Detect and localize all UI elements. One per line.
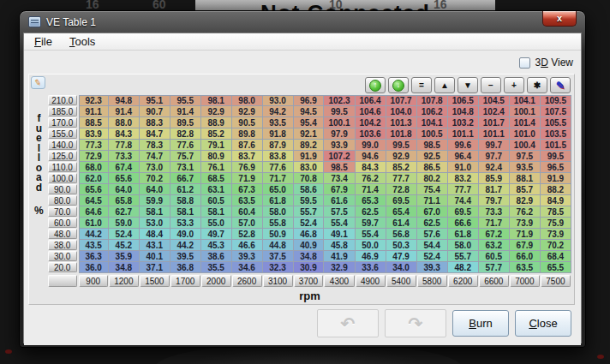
ve-cell[interactable]: 107.8 <box>417 95 448 106</box>
ve-cell[interactable]: 85.2 <box>201 128 232 140</box>
ve-cell[interactable]: 88.1 <box>510 173 541 184</box>
ve-cell[interactable]: 99.7 <box>479 140 510 151</box>
ve-cell[interactable]: 43.5 <box>79 240 109 251</box>
ve-cell[interactable]: 107.5 <box>541 106 571 117</box>
ve-cell[interactable]: 73.0 <box>140 162 170 173</box>
ve-cell[interactable]: 57.6 <box>417 229 448 240</box>
set-equal-button[interactable]: = <box>411 77 432 93</box>
ve-cell[interactable]: 34.6 <box>232 262 263 273</box>
ve-cell[interactable]: 67.4 <box>109 162 140 173</box>
ve-cell[interactable]: 104.1 <box>417 117 448 128</box>
col-header[interactable]: 4300 <box>324 275 354 287</box>
ve-cell[interactable]: 44.8 <box>263 240 294 251</box>
ve-cell[interactable]: 35.5 <box>201 262 232 273</box>
ve-cell[interactable]: 100.4 <box>510 140 541 151</box>
ve-cell[interactable]: 52.8 <box>232 229 263 240</box>
row-header[interactable]: 210.0 <box>48 95 77 105</box>
ve-cell[interactable]: 47.9 <box>386 251 417 262</box>
ve-cell[interactable]: 78.3 <box>140 140 170 151</box>
ve-cell[interactable]: 83.9 <box>79 128 109 140</box>
ve-cell[interactable]: 93.5 <box>263 117 294 128</box>
ve-cell[interactable]: 96.5 <box>541 162 571 173</box>
ve-cell[interactable]: 102.4 <box>479 106 510 117</box>
ve-cell[interactable]: 62.0 <box>79 173 109 184</box>
ve-cell[interactable]: 70.2 <box>140 173 170 184</box>
col-header[interactable]: 5400 <box>386 275 416 287</box>
ve-cell[interactable]: 93.0 <box>263 95 294 106</box>
ve-cell[interactable]: 91.9 <box>541 173 571 184</box>
ve-cell[interactable]: 32.9 <box>324 262 355 273</box>
ve-cell[interactable]: 94.6 <box>356 151 386 162</box>
ve-cell[interactable]: 71.7 <box>479 218 510 229</box>
ve-cell[interactable]: 92.9 <box>201 106 232 117</box>
ve-cell[interactable]: 103.5 <box>541 128 571 140</box>
menu-file[interactable]: File <box>27 33 59 50</box>
ve-cell[interactable]: 104.6 <box>356 106 386 117</box>
ve-cell[interactable]: 83.2 <box>448 173 479 184</box>
ve-cell[interactable]: 107.2 <box>324 151 355 162</box>
ve-cell[interactable]: 49.7 <box>201 229 232 240</box>
ve-cell[interactable]: 55.7 <box>294 206 325 218</box>
undo-button[interactable]: ↶ <box>317 309 379 337</box>
ve-cell[interactable]: 90.5 <box>232 117 263 128</box>
ve-cell[interactable]: 85.7 <box>510 184 541 195</box>
ve-cell[interactable]: 101.1 <box>479 128 510 140</box>
ve-cell[interactable]: 84.7 <box>140 128 170 140</box>
row-header[interactable]: 110.0 <box>48 162 77 172</box>
increment-up-button[interactable]: ↑ <box>365 77 386 93</box>
col-header[interactable]: 7000 <box>510 275 540 287</box>
ve-cell[interactable]: 95.4 <box>294 117 325 128</box>
ve-cell[interactable]: 101.4 <box>510 117 541 128</box>
ve-cell[interactable]: 104.5 <box>479 95 510 106</box>
ve-cell[interactable]: 101.8 <box>386 128 417 140</box>
ve-cell[interactable]: 104.2 <box>356 117 386 128</box>
ve-cell[interactable]: 58.0 <box>263 206 294 218</box>
ve-cell[interactable]: 55.7 <box>448 251 479 262</box>
ve-cell[interactable]: 85.9 <box>479 173 510 184</box>
ve-cell[interactable]: 63.2 <box>479 240 510 251</box>
ve-cell[interactable]: 77.7 <box>386 173 417 184</box>
ve-cell[interactable]: 78.5 <box>541 206 571 218</box>
ve-cell[interactable]: 96.4 <box>448 151 479 162</box>
ve-cell[interactable]: 52.4 <box>109 229 140 240</box>
ve-cell[interactable]: 40.1 <box>140 251 170 262</box>
ve-cell[interactable]: 52.4 <box>417 251 448 262</box>
row-header[interactable]: 48.0 <box>48 229 77 239</box>
ve-cell[interactable]: 53.0 <box>140 218 170 229</box>
col-header[interactable]: 1500 <box>140 275 170 287</box>
ve-cell[interactable]: 65.0 <box>263 184 294 195</box>
ve-cell[interactable]: 89.5 <box>170 117 201 128</box>
ve-cell[interactable]: 71.1 <box>417 195 448 206</box>
ve-cell[interactable]: 34.8 <box>109 262 140 273</box>
ve-cell[interactable]: 82.9 <box>510 195 541 206</box>
ve-cell[interactable]: 73.3 <box>109 151 140 162</box>
ve-cell[interactable]: 68.5 <box>201 173 232 184</box>
ve-cell[interactable]: 39.3 <box>417 262 448 273</box>
ve-cell[interactable]: 45.2 <box>109 240 140 251</box>
ve-cell[interactable]: 77.6 <box>263 162 294 173</box>
ve-cell[interactable]: 37.1 <box>140 262 170 273</box>
ve-cell[interactable]: 64.5 <box>79 195 109 206</box>
ve-cell[interactable]: 59.5 <box>294 195 325 206</box>
ve-cell[interactable]: 84.3 <box>109 128 140 140</box>
row-header[interactable]: 70.0 <box>48 206 77 217</box>
ve-cell[interactable]: 58.6 <box>294 184 325 195</box>
ve-cell[interactable]: 104.8 <box>448 106 479 117</box>
ve-cell[interactable]: 93.9 <box>324 140 355 151</box>
ve-cell[interactable]: 73.3 <box>479 206 510 218</box>
col-header[interactable]: 1700 <box>170 275 200 287</box>
ve-cell[interactable]: 65.5 <box>541 262 571 273</box>
ve-cell[interactable]: 97.5 <box>510 151 541 162</box>
ve-cell[interactable]: 70.8 <box>294 173 325 184</box>
ve-cell[interactable]: 107.7 <box>386 95 417 106</box>
ve-cell[interactable]: 63.1 <box>201 184 232 195</box>
row-header[interactable]: 60.0 <box>48 218 77 228</box>
ve-cell[interactable]: 36.3 <box>79 251 109 262</box>
ve-cell[interactable]: 73.9 <box>541 229 571 240</box>
ve-cell[interactable]: 71.7 <box>263 173 294 184</box>
ve-cell[interactable]: 101.0 <box>510 128 541 140</box>
ve-cell[interactable]: 64.6 <box>79 206 109 218</box>
ve-cell[interactable]: 66.0 <box>510 251 541 262</box>
col-header[interactable]: 7500 <box>541 275 571 287</box>
ve-cell[interactable]: 49.0 <box>170 229 201 240</box>
